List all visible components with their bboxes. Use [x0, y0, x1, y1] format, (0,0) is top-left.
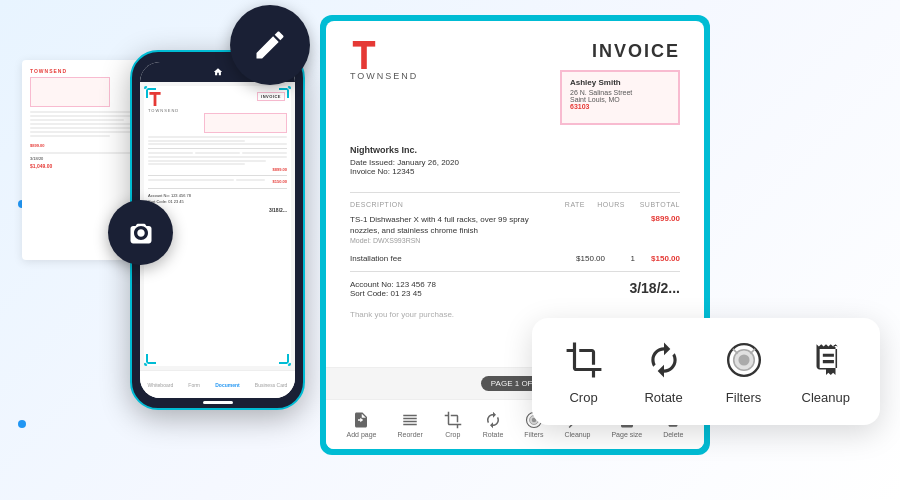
scene: TOWNSEND $899.00 3/18/20 $1,049.00 — [0, 0, 900, 500]
tool-panel-filters[interactable]: Filters — [722, 338, 766, 405]
sort-code: Sort Code: 01 23 45 — [350, 289, 436, 298]
tab-document[interactable]: Document — [215, 382, 239, 388]
tool-panel: Crop Rotate Filters — [532, 318, 880, 425]
table-row-1: TS-1 Dishwasher X with 4 full racks, ove… — [350, 214, 680, 246]
table-header: DESCRIPTION RATE HOURS SUBTOTAL — [350, 201, 680, 208]
main-doc-logo: TOWNSEND — [350, 41, 418, 81]
tool-panel-cleanup[interactable]: Cleanup — [802, 338, 850, 405]
dot-2 — [18, 420, 26, 428]
phone-tabs: Whiteboard Form Document Business Card — [140, 370, 295, 398]
tool-panel-crop[interactable]: Crop — [562, 338, 606, 405]
main-doc-header: TOWNSEND INVOICE Ashley Smith 26 N. Sali… — [350, 41, 680, 125]
billing-company: Nightworks Inc. — [350, 145, 459, 155]
invoice-no: Invoice No: 12345 — [350, 167, 459, 176]
svg-line-10 — [732, 349, 737, 354]
add-page-icon — [352, 411, 370, 429]
main-doc-logo-name: TOWNSEND — [350, 71, 418, 81]
scan-dot-tr[interactable] — [287, 86, 291, 90]
main-doc-divider — [350, 192, 680, 193]
toolbar-add-page[interactable]: Add page — [346, 411, 376, 438]
filters-label: Filters — [726, 390, 761, 405]
phone-doc-lines — [148, 136, 287, 145]
camera-circle-button[interactable] — [108, 200, 173, 265]
divider-2 — [350, 271, 680, 272]
rotate-svg — [645, 341, 683, 379]
crop-label: Crop — [569, 390, 597, 405]
due-date: 3/18/2... — [629, 280, 680, 298]
cleanup-label: Cleanup — [802, 390, 850, 405]
main-doc-billing: Nightworks Inc. Date Issued: January 26,… — [350, 145, 680, 176]
crop-svg — [565, 341, 603, 379]
col-hours: HOURS — [585, 201, 625, 208]
rotate-label-toolbar: Rotate — [483, 431, 504, 438]
page-size-label: Page size — [611, 431, 642, 438]
scan-dot-bl[interactable] — [144, 362, 148, 366]
account-row: Account No: 123 456 78 Sort Code: 01 23 … — [350, 280, 680, 298]
pen-circle-button[interactable] — [230, 5, 310, 85]
toolbar-rotate[interactable]: Rotate — [483, 411, 504, 438]
bill-to-city: Saint Louis, MO — [570, 96, 670, 103]
main-doc-invoice-title: INVOICE — [592, 41, 680, 62]
tab-business-card[interactable]: Business Card — [255, 382, 288, 388]
tool-panel-rotate[interactable]: Rotate — [642, 338, 686, 405]
rotate-icon-toolbar — [484, 411, 502, 429]
t-logo-svg — [350, 41, 378, 69]
main-doc-content: TOWNSEND INVOICE Ashley Smith 26 N. Sali… — [326, 21, 704, 367]
svg-rect-3 — [361, 41, 367, 69]
delete-label: Delete — [663, 431, 683, 438]
filters-label-toolbar: Filters — [524, 431, 543, 438]
row2-desc: Installation fee — [350, 254, 560, 263]
crop-label-toolbar: Crop — [445, 431, 460, 438]
row2-rate: $150.00 — [560, 254, 605, 263]
cleanup-icon-panel — [804, 338, 848, 382]
cleanup-label-toolbar: Cleanup — [564, 431, 590, 438]
col-description: DESCRIPTION — [350, 201, 535, 208]
row1-desc: TS-1 Dishwasher X with 4 full racks, ove… — [350, 214, 560, 246]
rotate-icon-panel — [642, 338, 686, 382]
scan-corner-tl — [146, 88, 156, 98]
bill-left: Nightworks Inc. Date Issued: January 26,… — [350, 145, 459, 176]
bg-doc-invoice-box — [30, 77, 110, 107]
bill-to-address: 26 N. Salinas Street — [570, 89, 670, 96]
account-no: Account No: 123 456 78 — [350, 280, 436, 289]
date-issued: Date Issued: January 26, 2020 — [350, 158, 459, 167]
crop-icon-toolbar — [444, 411, 462, 429]
tab-form[interactable]: Form — [188, 382, 200, 388]
add-page-label: Add page — [346, 431, 376, 438]
tab-whiteboard[interactable]: Whiteboard — [148, 382, 174, 388]
phone-home-indicator — [203, 401, 233, 404]
account-info: Account No: 123 456 78 Sort Code: 01 23 … — [350, 280, 436, 298]
main-doc-address-box: Ashley Smith 26 N. Salinas Street Saint … — [560, 70, 680, 125]
camera-icon — [127, 219, 155, 247]
row2-hours: 1 — [605, 254, 635, 263]
bill-to-name: Ashley Smith — [570, 78, 670, 87]
col-subtotal: SUBTOTAL — [625, 201, 680, 208]
pen-icon — [252, 27, 288, 63]
reorder-icon — [401, 411, 419, 429]
table-row-2: Installation fee $150.00 1 $150.00 — [350, 254, 680, 263]
svg-point-9 — [738, 354, 749, 365]
rotate-label: Rotate — [644, 390, 682, 405]
bill-to-zip: 63103 — [570, 103, 670, 110]
filters-svg — [725, 341, 763, 379]
svg-line-11 — [750, 349, 755, 354]
crop-icon-panel — [562, 338, 606, 382]
cleanup-svg — [807, 341, 845, 379]
scan-dot-br[interactable] — [287, 362, 291, 366]
reorder-label: Reorder — [397, 431, 422, 438]
col-rate: RATE — [535, 201, 585, 208]
toolbar-reorder[interactable]: Reorder — [397, 411, 422, 438]
toolbar-crop[interactable]: Crop — [444, 411, 462, 438]
home-icon — [213, 67, 223, 77]
filters-icon-panel — [722, 338, 766, 382]
row2-subtotal: $150.00 — [635, 254, 680, 263]
row1-subtotal: $899.00 — [640, 214, 680, 223]
phone-address-box — [204, 113, 287, 133]
